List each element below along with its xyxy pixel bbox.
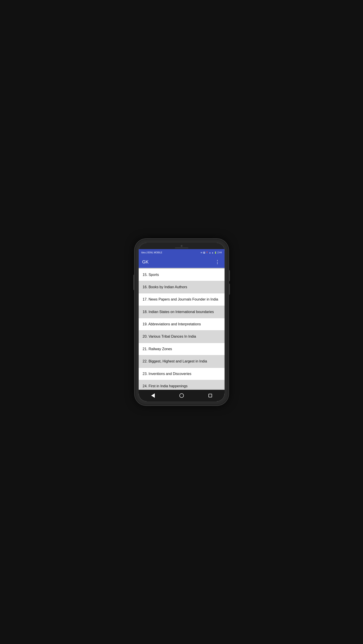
home-button[interactable]: [176, 392, 187, 400]
status-bar: Idea | BSNL MOBILE ✉ 🖼 📍 ▲ ▲ 🔋 2:44: [139, 249, 224, 256]
list-item[interactable]: 16. Books by Indian Authors: [139, 281, 224, 294]
back-icon: [151, 393, 155, 398]
list-item[interactable]: 18. Indian States on International bound…: [139, 306, 224, 318]
message-icon: ✉: [200, 252, 202, 254]
clock-display: 2:44: [218, 251, 222, 254]
list-item[interactable]: 20. Various Tribal Dances In India: [139, 330, 224, 343]
location-icon: 📍: [206, 252, 208, 254]
image-icon: 🖼: [203, 252, 205, 254]
overflow-menu-button[interactable]: ⋮: [214, 258, 221, 266]
carrier-text: Idea | BSNL MOBILE: [141, 251, 201, 254]
navigation-bar: [139, 390, 224, 402]
volume-up-button[interactable]: [228, 270, 230, 281]
signal-icon-2: ▲: [212, 252, 214, 254]
home-icon: [180, 393, 184, 398]
list-item[interactable]: 23. Inventions and Discoveries: [139, 368, 224, 380]
recents-icon: [208, 394, 212, 397]
speaker: [175, 247, 188, 248]
battery-icon: 🔋: [214, 252, 217, 254]
signal-icon-1: ▲: [209, 252, 211, 254]
list-item[interactable]: 21. Railway Zones: [139, 343, 224, 355]
phone-top-cosmetic: [139, 243, 224, 249]
menu-list: 15. Sports16. Books by Indian Authors17.…: [139, 269, 224, 390]
list-item[interactable]: 22. Biggest, Highest and Largest in Indi…: [139, 355, 224, 368]
status-right: ✉ 🖼 📍 ▲ ▲ 🔋 2:44: [200, 251, 222, 254]
phone-screen: Idea | BSNL MOBILE ✉ 🖼 📍 ▲ ▲ 🔋 2:44 GK ⋮…: [139, 243, 224, 402]
phone-device: Idea | BSNL MOBILE ✉ 🖼 📍 ▲ ▲ 🔋 2:44 GK ⋮…: [135, 239, 228, 406]
app-title: GK: [142, 260, 214, 264]
list-item[interactable]: 17. News Papers and Journals Founder in …: [139, 294, 224, 306]
list-item[interactable]: 19. Abbreviations and Interpretations: [139, 318, 224, 330]
power-button[interactable]: [133, 274, 135, 290]
list-item[interactable]: 15. Sports: [139, 269, 224, 281]
recents-button[interactable]: [205, 392, 216, 400]
back-button[interactable]: [148, 392, 158, 400]
camera-icon: [180, 245, 183, 247]
list-item[interactable]: 24. First in India happenings: [139, 380, 224, 390]
volume-down-button[interactable]: [228, 284, 230, 295]
app-bar: GK ⋮: [139, 256, 224, 268]
